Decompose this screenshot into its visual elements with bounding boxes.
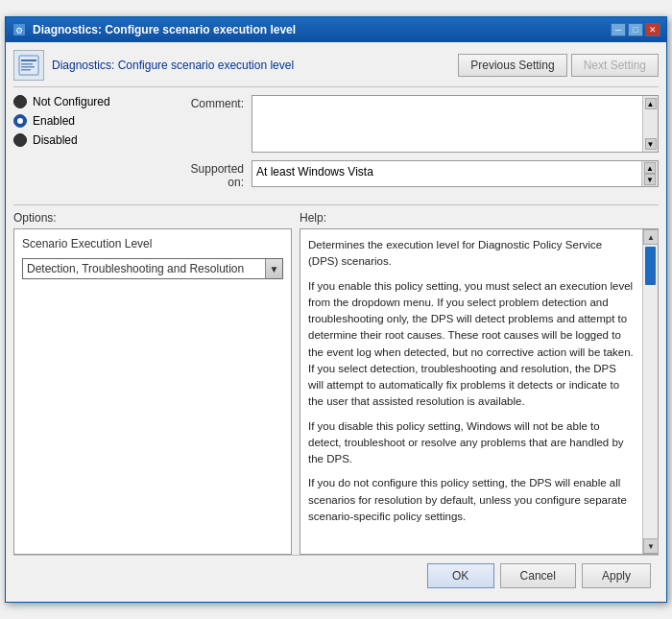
title-bar: ⚙ Diagnostics: Configure scenario execut… [6, 17, 666, 42]
supported-scroll-down[interactable]: ▼ [644, 174, 656, 185]
help-box: Determines the execution level for Diagn… [300, 228, 659, 555]
help-para-4: If you do not configure this policy sett… [308, 475, 635, 525]
disabled-label: Disabled [33, 133, 78, 147]
header-section: Diagnostics: Configure scenario executio… [13, 50, 659, 87]
minimize-button[interactable]: ─ [611, 23, 626, 36]
supported-scrollbar: ▲ ▼ [642, 161, 658, 186]
scenario-dropdown[interactable]: Detection, Troubleshooting and Resolutio… [22, 258, 283, 279]
help-scroll-track[interactable] [643, 245, 658, 538]
dialog-content: Diagnostics: Configure scenario executio… [6, 42, 666, 602]
radio-group: Not Configured Enabled Disabled [13, 95, 167, 147]
title-bar-controls: ─ □ ✕ [611, 23, 660, 36]
options-header: Options: [13, 211, 57, 225]
svg-rect-3 [21, 60, 36, 61]
help-content: Determines the execution level for Diagn… [300, 229, 642, 554]
help-para-2: If you enable this policy setting, you m… [308, 278, 635, 411]
supported-wrapper: At least Windows Vista ▲ ▼ [252, 160, 659, 187]
help-para-1: Determines the execution level for Diagn… [308, 237, 635, 271]
nav-buttons: Previous Setting Next Setting [458, 54, 659, 77]
comment-label: Comment: [175, 95, 252, 110]
help-scroll-down[interactable]: ▼ [643, 538, 659, 554]
enabled-radio[interactable]: Enabled [13, 114, 167, 128]
options-box: Scenario Execution Level Detection, Trou… [13, 228, 292, 555]
dropdown-arrow-icon[interactable]: ▼ [265, 259, 282, 278]
supported-scroll-up[interactable]: ▲ [644, 162, 656, 174]
right-panel: Comment: ▲ ▼ Supported on: At least Wind… [175, 95, 659, 197]
help-panel: Determines the execution level for Diagn… [300, 228, 659, 555]
disabled-radio-circle [13, 133, 27, 147]
svg-text:⚙: ⚙ [15, 26, 23, 36]
policy-icon [13, 50, 44, 81]
comment-scroll-up[interactable]: ▲ [645, 98, 657, 109]
comment-input[interactable] [252, 96, 642, 152]
radio-panel: Not Configured Enabled Disabled [13, 95, 167, 197]
not-configured-radio-circle [13, 95, 27, 108]
maximize-button[interactable]: □ [628, 23, 643, 36]
main-area: Not Configured Enabled Disabled Comment: [13, 95, 659, 197]
help-scroll-up[interactable]: ▲ [643, 229, 659, 245]
help-para-3: If you disable this policy setting, Wind… [308, 418, 635, 468]
previous-setting-button[interactable]: Previous Setting [458, 54, 566, 77]
enabled-radio-circle [13, 114, 27, 128]
comment-scroll-down[interactable]: ▼ [645, 138, 657, 150]
dialog-window: ⚙ Diagnostics: Configure scenario execut… [5, 16, 667, 603]
not-configured-radio[interactable]: Not Configured [13, 95, 167, 108]
ok-button[interactable]: OK [427, 563, 494, 588]
enabled-label: Enabled [33, 114, 75, 128]
help-header: Help: [300, 211, 326, 225]
supported-value: At least Windows Vista [252, 161, 642, 186]
svg-rect-5 [21, 66, 35, 68]
help-scroll-thumb [645, 247, 656, 285]
two-col-section: Scenario Execution Level Detection, Trou… [13, 228, 659, 555]
comment-scrollbar: ▲ ▼ [642, 96, 658, 152]
supported-label: Supported on: [175, 160, 252, 189]
close-button[interactable]: ✕ [645, 23, 660, 36]
svg-rect-6 [21, 69, 31, 71]
dialog-title: Diagnostics: Configure scenario executio… [52, 59, 458, 72]
next-setting-button[interactable]: Next Setting [571, 54, 659, 77]
section-divider [13, 204, 659, 205]
comment-wrapper: ▲ ▼ [252, 95, 659, 153]
cancel-button[interactable]: Cancel [500, 563, 576, 588]
supported-row: Supported on: At least Windows Vista ▲ ▼ [175, 160, 659, 189]
disabled-radio[interactable]: Disabled [13, 133, 167, 147]
title-bar-text: Diagnostics: Configure scenario executio… [33, 23, 611, 36]
footer: OK Cancel Apply [13, 555, 659, 594]
not-configured-label: Not Configured [33, 95, 110, 108]
options-panel: Scenario Execution Level Detection, Trou… [13, 228, 292, 555]
svg-rect-4 [21, 63, 33, 65]
svg-rect-2 [19, 56, 38, 75]
comment-row: Comment: ▲ ▼ [175, 95, 659, 153]
scenario-level-label: Scenario Execution Level [22, 237, 283, 250]
help-scrollbar: ▲ ▼ [642, 229, 658, 554]
apply-button[interactable]: Apply [582, 563, 651, 588]
scenario-selected-value: Detection, Troubleshooting and Resolutio… [23, 262, 265, 275]
window-icon: ⚙ [12, 22, 27, 37]
